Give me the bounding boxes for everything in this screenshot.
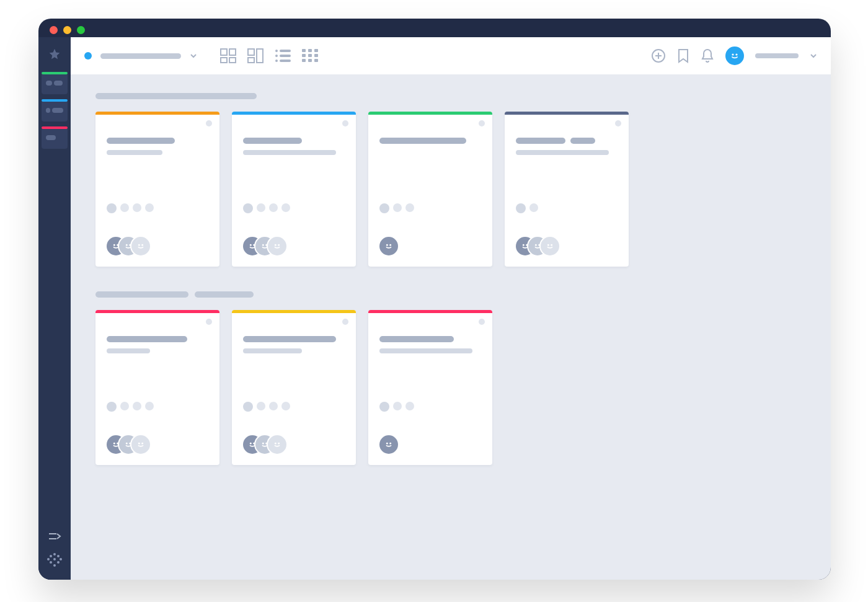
card-status-dot: [342, 120, 348, 126]
add-icon[interactable]: [651, 48, 666, 63]
card-tag-pills: [379, 203, 414, 213]
svg-point-46: [262, 244, 264, 246]
svg-rect-16: [248, 58, 254, 63]
assignee-avatar[interactable]: [131, 237, 150, 255]
tag-pill: [243, 402, 253, 412]
project-name-placeholder[interactable]: [100, 53, 181, 59]
svg-point-7: [60, 558, 62, 560]
svg-point-57: [551, 244, 552, 246]
svg-rect-28: [308, 54, 312, 57]
tag-pill: [243, 203, 253, 213]
svg-point-45: [253, 244, 255, 246]
tag-pill: [107, 203, 117, 213]
card-assignees: [379, 237, 392, 255]
svg-point-64: [250, 443, 252, 445]
card-title-placeholder: [107, 138, 175, 144]
card-title-placeholder: [570, 138, 595, 144]
svg-rect-31: [308, 59, 312, 62]
svg-rect-12: [229, 49, 236, 55]
card-assignees: [107, 237, 144, 255]
assignee-avatar[interactable]: [541, 237, 559, 255]
sidebar-item-board-c[interactable]: [42, 128, 68, 149]
card-tag-pills: [107, 402, 154, 412]
sidebar: [38, 37, 71, 580]
card-title-placeholder: [379, 138, 466, 144]
window-minimize-button[interactable]: [63, 26, 71, 34]
svg-rect-32: [314, 59, 318, 62]
tag-pill: [379, 402, 389, 412]
group-title-placeholder: [195, 291, 254, 298]
card-assignees: [379, 435, 392, 454]
card-title-placeholder: [243, 336, 336, 342]
svg-point-40: [126, 244, 128, 246]
view-grid-large-icon[interactable]: [219, 48, 237, 64]
svg-point-61: [129, 443, 131, 445]
assignee-avatar[interactable]: [268, 435, 286, 454]
user-name-placeholder: [755, 53, 799, 58]
tag-pill: [529, 203, 538, 212]
group-heading: [95, 291, 806, 298]
svg-point-18: [275, 50, 278, 52]
svg-point-42: [138, 244, 140, 246]
card[interactable]: [368, 310, 492, 465]
card-subtitle-placeholder: [516, 150, 609, 155]
assignee-avatar[interactable]: [379, 435, 398, 454]
svg-point-2: [53, 553, 56, 556]
svg-point-69: [278, 443, 280, 445]
assignee-avatar[interactable]: [131, 435, 150, 454]
svg-point-20: [275, 55, 278, 57]
bell-icon[interactable]: [701, 48, 714, 63]
sidebar-star-icon[interactable]: [38, 41, 71, 67]
view-grid-small-icon[interactable]: [301, 48, 319, 64]
user-menu-chevron-icon[interactable]: [810, 52, 817, 60]
bookmark-icon[interactable]: [677, 48, 689, 63]
window-close-button[interactable]: [50, 26, 58, 34]
window-zoom-button[interactable]: [77, 26, 85, 34]
svg-point-47: [265, 244, 267, 246]
card-status-dot: [479, 120, 485, 126]
sidebar-item-board-b[interactable]: [42, 100, 68, 122]
svg-point-36: [732, 53, 733, 55]
card-subtitle-placeholder: [243, 150, 336, 155]
card[interactable]: [232, 310, 356, 465]
card[interactable]: [505, 112, 629, 267]
user-avatar[interactable]: [725, 46, 744, 65]
svg-point-66: [262, 443, 264, 445]
view-board-icon[interactable]: [247, 48, 264, 64]
tag-pill: [145, 203, 154, 212]
svg-rect-11: [221, 49, 227, 55]
svg-point-22: [275, 60, 278, 62]
sidebar-item-board-a[interactable]: [42, 73, 68, 94]
assignee-avatar[interactable]: [268, 237, 286, 255]
card[interactable]: [95, 310, 219, 465]
svg-point-68: [275, 443, 277, 445]
topbar: [71, 37, 831, 74]
svg-point-9: [57, 561, 60, 564]
svg-rect-26: [314, 49, 318, 52]
assignee-avatar[interactable]: [379, 237, 398, 255]
svg-rect-29: [314, 54, 318, 57]
card[interactable]: [95, 112, 219, 267]
tag-pill: [120, 203, 129, 212]
svg-point-49: [278, 244, 280, 246]
sidebar-collapse-icon[interactable]: [48, 531, 61, 541]
tag-pill: [120, 402, 129, 410]
svg-point-62: [138, 443, 140, 445]
view-list-icon[interactable]: [274, 48, 291, 64]
card-assignees: [243, 237, 280, 255]
card[interactable]: [368, 112, 492, 267]
project-chevron-icon[interactable]: [190, 52, 197, 60]
svg-point-4: [57, 555, 60, 557]
card-tag-pills: [379, 402, 414, 412]
card-status-dot: [342, 319, 348, 325]
card[interactable]: [232, 112, 356, 267]
card-tag-pills: [243, 203, 290, 213]
svg-rect-19: [280, 50, 291, 52]
card-subtitle-placeholder: [107, 150, 162, 155]
card-color-strip: [368, 310, 492, 313]
svg-rect-25: [308, 49, 312, 52]
card-title-placeholder: [243, 138, 302, 144]
tag-pill: [133, 203, 141, 212]
card-assignees: [516, 237, 553, 255]
svg-point-44: [250, 244, 252, 246]
